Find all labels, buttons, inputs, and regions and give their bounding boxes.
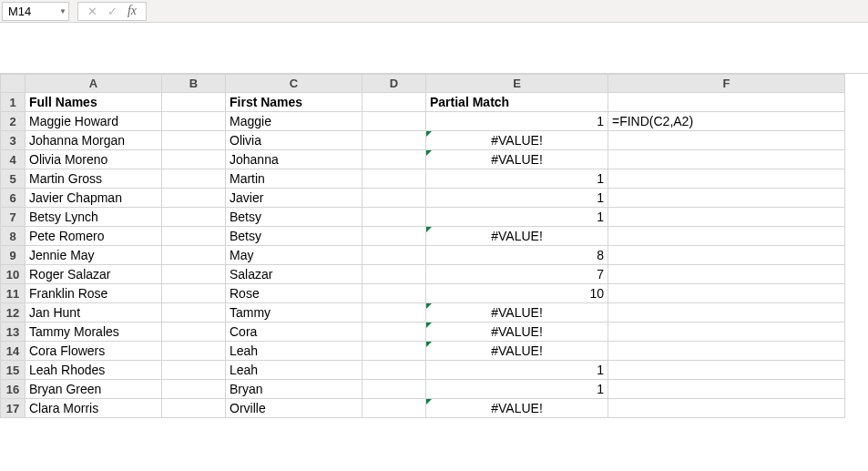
row-header-9[interactable]: 9 [1,246,26,265]
cell-C15[interactable]: Leah [226,361,363,380]
cell-C13[interactable]: Cora [226,323,363,342]
cancel-icon[interactable]: ✕ [82,3,102,20]
cell-A4[interactable]: Olivia Moreno [26,150,162,169]
cell-A16[interactable]: Bryan Green [26,380,162,399]
cell-C8[interactable]: Betsy [226,227,363,246]
row-header-12[interactable]: 12 [1,303,26,323]
name-box-container[interactable]: ▼ [2,2,69,21]
cell-D17[interactable] [363,399,426,418]
row-header-5[interactable]: 5 [1,169,26,189]
cell-E11[interactable]: 10 [426,284,608,303]
cell-E12[interactable]: #VALUE! [426,303,608,323]
cell-C11[interactable]: Rose [226,284,363,303]
cell-A15[interactable]: Leah Rhodes [26,361,162,380]
cell-A10[interactable]: Roger Salazar [26,265,162,284]
cell-E13[interactable]: #VALUE! [426,323,608,342]
cell-B10[interactable] [162,265,226,284]
cell-D15[interactable] [363,361,426,380]
cell-F11[interactable] [608,284,845,303]
cell-B7[interactable] [162,208,226,227]
name-box-input[interactable] [3,5,57,18]
cell-E9[interactable]: 8 [426,246,608,265]
cell-E16[interactable]: 1 [426,380,608,399]
cell-C10[interactable]: Salazar [226,265,363,284]
col-header-F[interactable]: F [608,75,845,93]
fx-icon[interactable]: fx [122,3,142,20]
cell-D13[interactable] [363,323,426,342]
select-all-corner[interactable] [1,75,26,93]
cell-C12[interactable]: Tammy [226,303,363,323]
row-header-8[interactable]: 8 [1,227,26,246]
cell-C5[interactable]: Martin [226,169,363,189]
cell-F14[interactable] [608,342,845,361]
annotation-formula-cell[interactable]: =FIND(C2,A2) [608,112,845,131]
cell-B8[interactable] [162,227,226,246]
enter-icon[interactable]: ✓ [102,3,122,20]
cell-F5[interactable] [608,169,845,189]
cell-A9[interactable]: Jennie May [26,246,162,265]
cell-D9[interactable] [363,246,426,265]
col-header-E[interactable]: E [426,75,608,93]
cell-B4[interactable] [162,150,226,169]
cell-F9[interactable] [608,246,845,265]
cell-F10[interactable] [608,265,845,284]
cell-D12[interactable] [363,303,426,323]
cell-C2[interactable]: Maggie [226,112,363,131]
name-box-dropdown-icon[interactable]: ▼ [57,7,68,15]
cell-B5[interactable] [162,169,226,189]
cell-D5[interactable] [363,169,426,189]
cell-B13[interactable] [162,323,226,342]
cell-C17[interactable]: Orville [226,399,363,418]
row-header-11[interactable]: 11 [1,284,26,303]
cell-B11[interactable] [162,284,226,303]
cell-F15[interactable] [608,361,845,380]
col-header-C[interactable]: C [226,75,363,93]
row-header-7[interactable]: 7 [1,208,26,227]
cell-F8[interactable] [608,227,845,246]
row-header-6[interactable]: 6 [1,189,26,208]
cell-A12[interactable]: Jan Hunt [26,303,162,323]
cell-F16[interactable] [608,380,845,399]
cell-A17[interactable]: Clara Morris [26,399,162,418]
cell-A7[interactable]: Betsy Lynch [26,208,162,227]
cell-D4[interactable] [363,150,426,169]
cell-D10[interactable] [363,265,426,284]
cell-E7[interactable]: 1 [426,208,608,227]
row-header-3[interactable]: 3 [1,131,26,150]
cell-F7[interactable] [608,208,845,227]
row-header-1[interactable]: 1 [1,93,26,112]
row-header-4[interactable]: 4 [1,150,26,169]
cell-B14[interactable] [162,342,226,361]
cell-C3[interactable]: Olivia [226,131,363,150]
formula-input[interactable] [150,2,868,21]
cell-D11[interactable] [363,284,426,303]
cell-D7[interactable] [363,208,426,227]
cell-E6[interactable]: 1 [426,189,608,208]
cell-D1[interactable] [363,93,426,112]
cell-F1[interactable] [608,93,845,112]
cell-F17[interactable] [608,399,845,418]
cell-C14[interactable]: Leah [226,342,363,361]
cell-F12[interactable] [608,303,845,323]
cell-C9[interactable]: May [226,246,363,265]
cell-A1[interactable]: Full Names [26,93,162,112]
cell-E8[interactable]: #VALUE! [426,227,608,246]
cell-A3[interactable]: Johanna Morgan [26,131,162,150]
cell-C6[interactable]: Javier [226,189,363,208]
cell-A14[interactable]: Cora Flowers [26,342,162,361]
cell-E17[interactable]: #VALUE! [426,399,608,418]
cell-D6[interactable] [363,189,426,208]
col-header-B[interactable]: B [162,75,226,93]
cell-B12[interactable] [162,303,226,323]
cell-E2[interactable]: 1 [426,112,608,131]
cell-B9[interactable] [162,246,226,265]
cell-A2[interactable]: Maggie Howard [26,112,162,131]
row-header-10[interactable]: 10 [1,265,26,284]
col-header-D[interactable]: D [363,75,426,93]
cell-F6[interactable] [608,189,845,208]
row-header-17[interactable]: 17 [1,399,26,418]
cell-E10[interactable]: 7 [426,265,608,284]
row-header-2[interactable]: 2 [1,112,26,131]
cell-F13[interactable] [608,323,845,342]
cell-B6[interactable] [162,189,226,208]
